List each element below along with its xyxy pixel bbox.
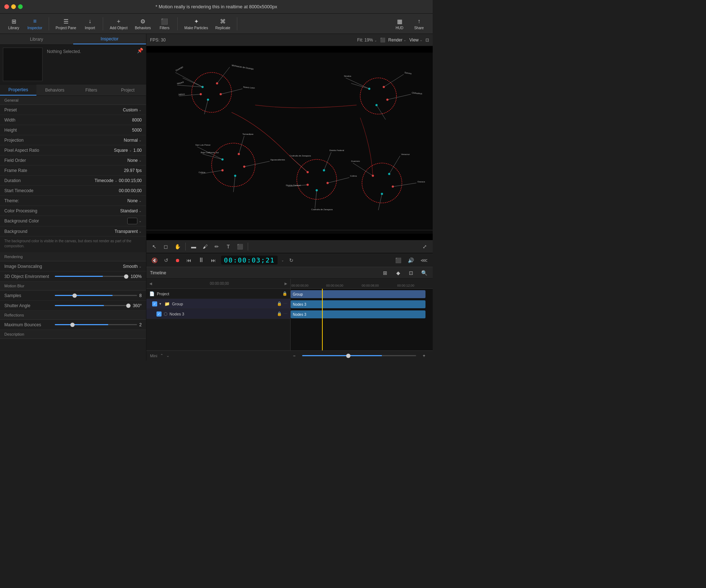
rect-tool[interactable]: ▬ [189,242,199,252]
svg-text:Coahuila de Zaragoza: Coahuila de Zaragoza [290,155,311,157]
group-expand-icon[interactable]: ▾ [159,302,161,306]
background-value: Transparent ⌄ [55,229,142,234]
mute-button[interactable]: 🔇 [150,257,159,264]
behaviors-button[interactable]: ⚙ Behaviors [132,16,154,31]
theme-dropdown[interactable]: None ⌄ [127,198,142,203]
prop-duration: Duration Timecode ⌄ 00:00:15;00 [0,176,146,186]
shutter-angle-slider[interactable] [55,305,131,306]
pixel-aspect-ratio-dropdown[interactable]: Square ⌄ [114,148,132,153]
record-button[interactable]: ⏺ [173,257,181,264]
mini-chevron-up[interactable]: ⌃ [160,353,163,358]
background-dropdown[interactable]: Transparent ⌄ [115,229,142,234]
pin-icon[interactable]: 📌 [137,48,143,53]
behaviors-icon: ⚙ [139,17,147,25]
tc-btn-3[interactable]: ⋘ [419,257,429,264]
timeline-search-btn[interactable]: 🔍 [419,268,429,278]
track-nodes3[interactable]: ✓ ⬡ Nodes 3 🔒 ⋯ [146,309,290,319]
bg-color-label: Background Color [4,218,55,224]
inspector-button[interactable]: ≡ Inspector [25,16,45,31]
timeline-bar-nodes3-1[interactable]: Nodes 3 [291,300,425,308]
bg-color-swatch[interactable] [127,218,137,224]
tab-behaviors[interactable]: Behaviors [36,84,73,96]
prop-color-processing: Color Processing Standard ⌄ [0,206,146,216]
pen-tool[interactable]: ✏ [212,242,222,252]
close-button[interactable] [4,4,9,9]
library-icon: ⊞ [10,17,18,25]
text-tool[interactable]: T [223,242,233,252]
image-downscaling-dropdown[interactable]: Smooth ⌄ [123,264,142,269]
color-processing-dropdown[interactable]: Standard ⌄ [120,208,142,213]
refresh-button[interactable]: ↻ [288,257,295,264]
object-env-slider-container: 100% [55,274,142,279]
play-pause-button[interactable]: ⏸ [197,256,206,265]
project-pane-button[interactable]: ☰ Project Pane [53,16,79,31]
add-object-button[interactable]: ＋ Add Object [107,16,130,31]
start-timecode-value: 00:00:00;00 [55,188,142,193]
tab-inspector[interactable]: Inspector [73,34,146,44]
share-button[interactable]: ↑ Share [410,16,428,31]
mask-tool[interactable]: ⬛ [235,242,245,252]
svg-text:Sinaloa: Sinaloa [344,75,352,77]
tab-filters[interactable]: Filters [73,84,110,96]
paint-tool[interactable]: 🖌 [200,242,210,252]
timeline-grid-btn[interactable]: ⊞ [380,268,390,278]
filters-button[interactable]: ⬛ Filters [155,16,174,31]
field-order-dropdown[interactable]: None ⌄ [127,158,142,163]
import-button[interactable]: ↓ Import [80,16,99,31]
canvas-area: Durango Michoacan de Ocampo Nuevo Leon N… [146,46,433,240]
loop-button[interactable]: ↺ [163,257,170,264]
zoom-slider[interactable] [302,355,416,356]
hud-button[interactable]: ▦ HUD [390,16,409,31]
projection-dropdown[interactable]: Normal ⌄ [124,138,142,143]
canvas-expand-icon[interactable]: ⊡ [425,37,429,43]
maximize-button[interactable] [18,4,23,9]
zoom-in-btn[interactable]: + [419,351,429,361]
duration-type-dropdown[interactable]: Timecode ⌄ [94,178,117,183]
timeline-audio-btn[interactable]: ⊡ [406,268,416,278]
forward-button[interactable]: ⏭ [209,257,217,264]
shape-tool[interactable]: ◻ [161,242,171,252]
timeline-tracks: ◀ 00:00:00;00 ▶ 📄 Project 🔒 ✓ [146,279,291,350]
tab-properties[interactable]: Properties [0,84,36,96]
frame-rate-label: Frame Rate [4,168,55,173]
hand-tool[interactable]: ✋ [172,242,182,252]
expand-tool[interactable]: ⤢ [420,242,430,252]
duration-label: Duration [4,178,55,183]
timeline-bar-nodes3-2[interactable]: Nodes 3 [291,310,425,318]
frame-rate-number: 29.97 fps [124,168,142,173]
zoom-out-btn[interactable]: − [289,351,299,361]
tc-btn-1[interactable]: ⬛ [394,257,403,264]
tab-library[interactable]: Library [0,34,73,44]
rewind-button[interactable]: ⏮ [185,257,193,264]
hud-icon: ▦ [396,17,403,25]
minimize-button[interactable] [11,4,16,9]
pixel-aspect-ratio-label: Pixel Aspect Ratio [4,148,55,153]
track-project[interactable]: 📄 Project 🔒 [146,289,290,299]
bg-color-chevron: ⌄ [139,219,142,223]
tab-project[interactable]: Project [110,84,146,96]
samples-slider[interactable] [55,295,137,296]
preset-dropdown[interactable]: Custom ⌄ [123,107,142,112]
window-controls[interactable] [4,4,23,9]
max-bounces-slider[interactable] [55,324,137,325]
group-track-check[interactable]: ✓ [152,301,157,306]
object-env-slider[interactable] [55,276,128,277]
width-label: Width [4,118,55,123]
prop-shutter-angle: Shutter Angle 360° [0,301,146,311]
playhead [322,289,323,350]
timeline-bar-group[interactable]: Group [291,290,425,298]
nodes3-track-check[interactable]: ✓ [156,311,162,317]
track-group[interactable]: ✓ ▾ 📁 Group 🔒 ⋯ [146,299,290,309]
make-particles-button[interactable]: ✦ Make Particles [181,16,211,31]
par-number: 1.00 [133,148,142,153]
view-dropdown[interactable]: View ⌄ [409,37,423,43]
library-button[interactable]: ⊞ Library [4,16,23,31]
replicate-button[interactable]: ⌘ Replicate [212,16,233,31]
render-dropdown[interactable]: Render ⌄ [388,37,406,43]
mini-chevron-down[interactable]: ⌄ [166,353,169,358]
prop-frame-rate: Frame Rate 29.97 fps [0,165,146,176]
preview-area: Nothing Selected. 📌 [0,45,146,84]
tc-btn-2[interactable]: 🔊 [406,257,415,264]
select-tool[interactable]: ↖ [149,242,159,252]
timeline-keyframe-btn[interactable]: ◆ [393,268,403,278]
